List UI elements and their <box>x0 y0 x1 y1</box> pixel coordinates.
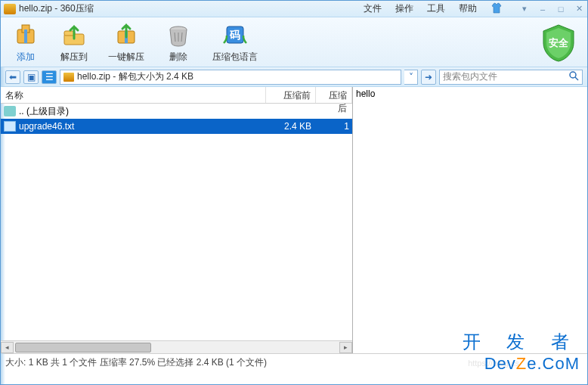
svg-rect-2 <box>24 29 27 43</box>
extract-to-button[interactable]: 解压到 <box>60 20 88 64</box>
content-area: 名称 压缩前 压缩后 .. (上级目录) upgrade46.txt 2.4 K… <box>1 87 587 353</box>
svg-point-14 <box>570 72 576 78</box>
col-name[interactable]: 名称 <box>1 87 266 103</box>
menu-bar: 文件 操作 工具 帮助 <box>364 2 509 15</box>
one-click-label: 一键解压 <box>108 51 144 64</box>
extract-to-icon <box>60 20 88 49</box>
file-name: upgrade46.txt <box>19 121 266 132</box>
nav-back-button[interactable]: ⬅ <box>5 70 20 84</box>
view-list-button[interactable]: ☰ <box>42 70 57 84</box>
menu-file[interactable]: 文件 <box>364 2 382 15</box>
parent-dir-row[interactable]: .. (上级目录) <box>1 104 352 119</box>
delete-icon <box>164 20 193 49</box>
language-icon: 码 <box>221 20 249 49</box>
column-headers: 名称 压缩前 压缩后 <box>1 87 352 104</box>
scroll-thumb[interactable] <box>15 343 151 352</box>
watermark-cn: 开 发 者 <box>463 330 580 354</box>
dropdown-button[interactable]: ▾ <box>516 2 533 16</box>
title-bar: hello.zip - 360压缩 文件 操作 工具 帮助 ▾ – □ ✕ <box>1 1 587 17</box>
window-title: hello.zip - 360压缩 <box>19 2 94 15</box>
main-toolbar: 添加 解压到 一键解压 删除 码 压缩包语言 安全 <box>1 17 587 67</box>
file-list-panel: 名称 压缩前 压缩后 .. (上级目录) upgrade46.txt 2.4 K… <box>1 87 353 353</box>
go-button[interactable]: ➜ <box>421 70 436 85</box>
preview-panel: hello <box>353 87 587 353</box>
safety-shield-icon[interactable]: 安全 <box>540 23 577 63</box>
svg-text:安全: 安全 <box>549 37 569 48</box>
status-text: 大小: 1 KB 共 1 个文件 压缩率 27.5% 已经选择 2.4 KB (… <box>5 356 267 369</box>
col-before[interactable]: 压缩前 <box>266 87 316 103</box>
delete-button[interactable]: 删除 <box>164 20 193 64</box>
watermark-en: DevZe.CoM <box>463 354 580 374</box>
scroll-right-arrow[interactable]: ▸ <box>339 342 352 353</box>
watermark: 开 发 者 DevZe.CoM <box>463 330 580 374</box>
delete-label: 删除 <box>169 51 187 64</box>
extract-to-label: 解压到 <box>60 51 88 64</box>
one-click-extract-button[interactable]: 一键解压 <box>108 20 144 64</box>
path-dropdown-button[interactable]: ˅ <box>404 70 418 85</box>
folder-up-icon <box>4 106 16 116</box>
zip-file-icon <box>63 73 74 82</box>
one-click-icon <box>112 20 141 49</box>
minimize-button[interactable]: – <box>534 2 551 16</box>
add-button[interactable]: 添加 <box>11 20 40 64</box>
search-icon[interactable] <box>568 70 579 83</box>
language-button[interactable]: 码 压缩包语言 <box>212 20 258 64</box>
file-size-after: 1 <box>316 121 352 132</box>
file-rows: .. (上级目录) upgrade46.txt 2.4 KB 1 <box>1 104 352 340</box>
language-label: 压缩包语言 <box>212 51 258 64</box>
scroll-left-arrow[interactable]: ◂ <box>1 342 14 353</box>
path-text: hello.zip - 解包大小为 2.4 KB <box>77 70 193 83</box>
preview-text: hello <box>356 88 375 99</box>
col-after[interactable]: 压缩后 <box>316 87 352 103</box>
skin-icon[interactable] <box>491 2 503 14</box>
horizontal-scrollbar[interactable]: ◂ ▸ <box>1 340 352 353</box>
svg-text:码: 码 <box>229 29 240 41</box>
menu-action[interactable]: 操作 <box>395 2 413 15</box>
close-button[interactable]: ✕ <box>571 2 587 16</box>
file-row-selected[interactable]: upgrade46.txt 2.4 KB 1 <box>1 119 352 134</box>
address-bar: ⬅ document.querySelector('[data-name="na… <box>1 67 587 87</box>
nav-up-button[interactable]: ▣ <box>23 70 39 84</box>
text-file-icon <box>4 121 16 132</box>
maximize-button[interactable]: □ <box>552 2 569 16</box>
menu-tools[interactable]: 工具 <box>427 2 445 15</box>
svg-line-15 <box>575 77 578 80</box>
add-label: 添加 <box>17 51 35 64</box>
path-box[interactable]: hello.zip - 解包大小为 2.4 KB <box>60 70 401 85</box>
search-placeholder: 搜索包内文件 <box>443 70 497 83</box>
file-size-before: 2.4 KB <box>266 121 316 132</box>
search-input[interactable]: 搜索包内文件 <box>439 70 583 85</box>
app-icon <box>4 4 16 14</box>
add-icon <box>11 20 40 49</box>
parent-dir-label: .. (上级目录) <box>19 105 266 118</box>
window-buttons: ▾ – □ ✕ <box>516 2 587 16</box>
menu-help[interactable]: 帮助 <box>459 2 477 15</box>
